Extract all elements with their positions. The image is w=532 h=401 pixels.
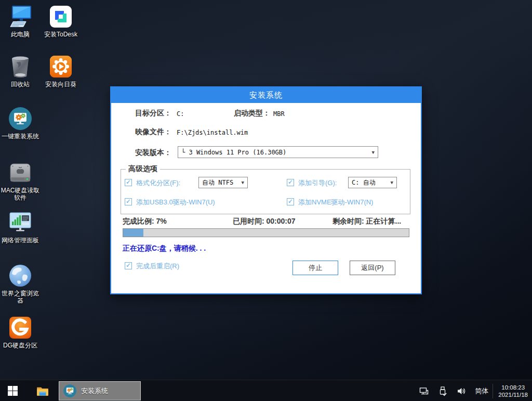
windows-logo-icon [8, 386, 18, 396]
usb-eject-icon [438, 386, 447, 396]
desktop-icon-label: 一键重装系统 [0, 133, 41, 140]
folder-icon [36, 384, 49, 398]
target-partition-value: C: [177, 110, 184, 118]
sunflower-icon [48, 54, 73, 79]
install-system-dialog: 安装系统 目标分区： C: 启动类型： MBR 映像文件： F:\Zjds\in… [110, 86, 422, 294]
install-version-label: 安装版本： [135, 148, 171, 158]
nvme-driver-label: 添加NVME驱动-WIN7(N) [298, 198, 373, 207]
target-partition-label: 目标分区： [135, 109, 171, 118]
file-explorer-button[interactable] [32, 380, 53, 401]
format-partition-checkbox[interactable] [125, 179, 132, 186]
desktop-icon-this-pc[interactable]: 此电脑 [0, 4, 41, 38]
add-boot-checkbox[interactable] [287, 179, 294, 186]
desktop-icon-label: 世界之窗浏览器 [0, 290, 41, 304]
desktop-icon-label: 安装向日葵 [41, 81, 81, 88]
desktop-icon-mac-disk-reader[interactable]: MAC硬盘读取软件 [0, 160, 41, 201]
usb-tray-button[interactable] [437, 385, 448, 397]
desktop-icon-label: 安装ToDesk [41, 31, 81, 38]
desktop-icon-world-window-browser[interactable]: 世界之窗浏览器 [0, 263, 41, 304]
desktop-icon-label: DG硬盘分区 [0, 342, 41, 349]
image-file-value: F:\Zjds\install.wim [177, 129, 248, 136]
add-boot-value: C: 自动 [352, 178, 376, 187]
input-method-indicator[interactable]: 简体 [475, 386, 488, 396]
progress-bar [123, 228, 409, 237]
format-type-select[interactable]: 自动 NTFS [198, 177, 248, 188]
desktop-icon-dg-disk-partition[interactable]: DG硬盘分区 [0, 315, 41, 349]
clock-date: 2021/11/18 [498, 391, 528, 398]
format-type-value: 自动 NTFS [202, 178, 233, 187]
globe-browser-icon [8, 263, 33, 288]
boot-type-label: 启动类型： [234, 109, 270, 118]
dialog-titlebar: 安装系统 [111, 87, 421, 103]
desktop-icon-network-panel[interactable]: 网络管理面板 [0, 210, 41, 244]
remaining-time-text: 剩余时间: 正在计算... [332, 217, 401, 226]
this-pc-icon [8, 4, 33, 29]
desktop-icon-one-key-reinstall[interactable]: 一键重装系统 [0, 106, 41, 140]
desktop-icon-label: 网络管理面板 [0, 237, 41, 244]
clock[interactable]: 10:08:23 2021/11/18 [493, 384, 532, 398]
network-panel-icon [8, 210, 33, 235]
recycle-bin-icon [8, 54, 33, 79]
reinstall-system-icon [8, 106, 33, 131]
taskbar-task-label: 安装系统 [81, 386, 108, 396]
todesk-icon [48, 4, 73, 29]
taskbar-task-install-system[interactable]: 安装系统 [59, 381, 141, 400]
image-file-label: 映像文件： [135, 127, 171, 137]
nvme-driver-checkbox[interactable] [287, 198, 294, 205]
install-version-select[interactable]: └ 3 Windows 11 Pro (16.30GB) [178, 146, 378, 158]
desktop-icon-install-sunflower[interactable]: 安装向日葵 [41, 54, 81, 88]
format-partition-label: 格式化分区(F): [136, 178, 180, 188]
desktop-icon-label: MAC硬盘读取软件 [0, 187, 41, 201]
desktop-icon-recycle-bin[interactable]: 回收站 [0, 54, 41, 88]
dg-partition-icon [8, 315, 33, 340]
reboot-after-label: 完成后重启(R) [136, 262, 179, 271]
reinstall-system-icon [63, 384, 77, 398]
volume-tray-button[interactable] [456, 385, 467, 397]
stop-button[interactable]: 停止 [292, 261, 338, 275]
desktop-icon-install-todesk[interactable]: 安装ToDesk [41, 4, 81, 38]
progress-fill [123, 229, 143, 237]
restore-status-text: 正在还原C:盘，请稍候. . . [123, 244, 206, 253]
install-version-value: └ 3 Windows 11 Pro (16.30GB) [181, 149, 286, 156]
back-button[interactable]: 返回(P) [350, 261, 395, 275]
clock-time: 10:08:23 [498, 384, 528, 391]
elapsed-time-text: 已用时间: 00:00:07 [233, 217, 296, 226]
taskbar: 安装系统 简体 10:08:23 [0, 380, 532, 401]
progress-percent-text: 完成比例: 7% [123, 217, 167, 226]
network-tray-button[interactable] [418, 385, 430, 397]
add-boot-label: 添加引导(G): [298, 178, 337, 188]
boot-type-value: MBR [273, 110, 285, 118]
add-boot-select[interactable]: C: 自动 [348, 177, 397, 188]
advanced-options-legend: 高级选项 [126, 164, 160, 174]
system-tray: 简体 10:08:23 2021/11/18 [415, 380, 532, 401]
reboot-after-checkbox[interactable] [125, 262, 132, 269]
usb3-driver-label: 添加USB3.0驱动-WIN7(U) [136, 198, 215, 207]
mac-disk-icon [8, 160, 33, 185]
desktop-icon-label: 此电脑 [0, 31, 41, 38]
start-button[interactable] [0, 380, 25, 401]
usb3-driver-checkbox[interactable] [125, 198, 132, 205]
speaker-icon [456, 386, 467, 396]
network-icon [419, 386, 429, 396]
desktop-icon-label: 回收站 [0, 81, 41, 88]
advanced-options-group [121, 169, 410, 214]
